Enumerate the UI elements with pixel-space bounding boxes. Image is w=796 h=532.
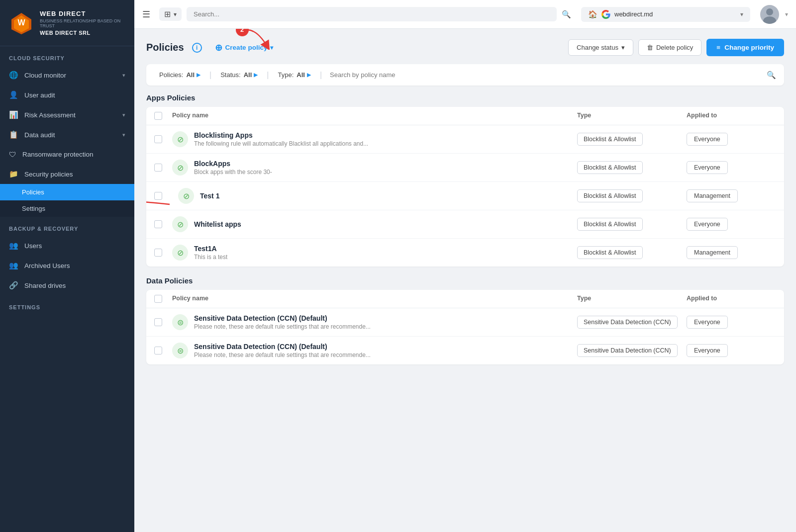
sidebar-item-data-audit[interactable]: 📋 Data audit ▾ bbox=[0, 125, 134, 145]
sidebar-item-label: Security policies bbox=[24, 171, 73, 178]
policies-header: Policies i 2 ⊕ bbox=[146, 39, 784, 56]
create-policy-chevron-icon: ▾ bbox=[270, 44, 273, 51]
avatar-image bbox=[760, 5, 779, 24]
section-cloud-security: CLOUD SECURITY bbox=[0, 46, 134, 65]
apps-policies-section-title: Apps Policies bbox=[146, 93, 784, 102]
tab-chevron-icon: ▾ bbox=[174, 11, 177, 18]
svg-point-4 bbox=[766, 8, 773, 15]
hamburger-icon[interactable]: ☰ bbox=[142, 9, 150, 20]
filter-type-label: Type: bbox=[278, 71, 294, 79]
user-avatar[interactable] bbox=[760, 5, 779, 24]
change-status-button[interactable]: Change status ▾ bbox=[568, 39, 633, 56]
filter-status-value: All bbox=[244, 71, 252, 79]
policy-name-text-block: Whitelist apps bbox=[194, 220, 241, 228]
filter-status-arrow-icon: ▶ bbox=[254, 72, 258, 78]
section-backup-recovery: BACKUP & RECOVERY bbox=[0, 217, 134, 236]
header-checkbox[interactable] bbox=[154, 295, 162, 303]
sidebar-item-risk-assessment[interactable]: 📊 Risk Assessment ▾ bbox=[0, 105, 134, 125]
table-row: ⊜ Sensitive Data Detection (CCN) (Defaul… bbox=[146, 308, 784, 337]
policy-desc: Please note, these are default rule sett… bbox=[194, 323, 371, 330]
type-badge: Blocklist & Allowlist bbox=[577, 189, 643, 202]
change-priority-button[interactable]: ≡ Change priority bbox=[706, 39, 784, 56]
row-checkbox[interactable] bbox=[154, 135, 162, 143]
main-content: ☰ ⊞ ▾ 🔍 🏠 webdirect.md ▾ ▾ bbox=[134, 0, 796, 532]
delete-policy-label: Delete policy bbox=[656, 44, 693, 51]
browser-search-icon[interactable]: 🔍 bbox=[562, 10, 571, 19]
policy-name: Sensitive Data Detection (CCN) (Default) bbox=[194, 314, 371, 322]
users-icon: 👥 bbox=[9, 241, 18, 250]
filter-divider-1: | bbox=[209, 71, 211, 80]
user-icon: 👤 bbox=[9, 90, 18, 99]
sidebar-item-label: Policies bbox=[22, 188, 44, 196]
filter-type-value: All bbox=[297, 71, 305, 79]
delete-policy-button[interactable]: 🗑 Delete policy bbox=[638, 39, 701, 56]
chevron-down-icon: ▾ bbox=[122, 112, 125, 118]
row-checkbox[interactable] bbox=[154, 220, 162, 228]
content-area: Policies i 2 ⊕ bbox=[134, 29, 796, 532]
sidebar-item-label: Settings bbox=[22, 205, 45, 212]
table-row: ⊘ Whitelist apps Blocklist & Allowlist E… bbox=[146, 210, 784, 239]
header-checkbox[interactable] bbox=[154, 112, 162, 120]
apps-policies-table: Policy name Type Applied to ⊘ Blocklisti… bbox=[146, 107, 784, 266]
avatar-chevron-icon[interactable]: ▾ bbox=[785, 11, 788, 18]
type-badge: Blocklist & Allowlist bbox=[577, 161, 643, 174]
select-all-checkbox[interactable] bbox=[154, 112, 172, 120]
type-header: Type bbox=[577, 112, 687, 120]
filter-bar: Policies: All ▶ | Status: All ▶ | Type: … bbox=[146, 64, 784, 86]
row-checkbox[interactable] bbox=[154, 249, 162, 257]
select-all-checkbox-data[interactable] bbox=[154, 295, 172, 303]
sidebar-item-settings-sub[interactable]: Settings bbox=[0, 200, 134, 217]
logo-name: WEB DIRECT bbox=[40, 10, 125, 17]
trash-icon: 🗑 bbox=[647, 44, 653, 51]
policy-status-icon: ⊜ bbox=[172, 343, 188, 358]
row-checkbox[interactable] bbox=[154, 192, 162, 200]
filter-type[interactable]: Type: All ▶ bbox=[273, 69, 315, 81]
policy-name-cell: ⊘ Whitelist apps bbox=[172, 216, 577, 232]
tab-switcher[interactable]: ⊞ ▾ bbox=[159, 7, 182, 21]
sidebar-item-security-policies[interactable]: 📁 Security policies bbox=[0, 164, 134, 184]
filter-policies-label: Policies: bbox=[159, 71, 183, 79]
create-policy-label: Create policy bbox=[225, 44, 268, 51]
search-policy-input[interactable] bbox=[326, 71, 763, 79]
archived-icon: 👥 bbox=[9, 261, 18, 270]
list-icon: ≡ bbox=[716, 44, 720, 51]
policy-desc: This is a test bbox=[194, 254, 227, 261]
policy-name-cell: 1 ⊘ Test 1 bbox=[172, 188, 577, 204]
sidebar-item-policies[interactable]: Policies bbox=[0, 184, 134, 200]
policy-status-icon: ⊜ bbox=[172, 314, 188, 330]
policy-name-cell: ⊘ Blocklisting Apps The following rule w… bbox=[172, 131, 577, 147]
row-checkbox[interactable] bbox=[154, 164, 162, 172]
policy-name: Test 1 bbox=[200, 192, 219, 200]
sidebar-item-ransomware-protection[interactable]: 🛡 Ransomware protection bbox=[0, 145, 134, 164]
sidebar-item-archived-users[interactable]: 👥 Archived Users bbox=[0, 256, 134, 275]
sidebar-item-cloud-monitor[interactable]: 🌐 Cloud monitor ▾ bbox=[0, 65, 134, 85]
filter-type-arrow-icon: ▶ bbox=[307, 72, 311, 78]
chart-icon: 📊 bbox=[9, 110, 18, 119]
sidebar-item-shared-drives[interactable]: 🔗 Shared drives bbox=[0, 275, 134, 295]
create-policy-button[interactable]: ⊕ Create policy ▾ bbox=[215, 42, 274, 53]
browser-bar: ☰ ⊞ ▾ 🔍 🏠 webdirect.md ▾ ▾ bbox=[134, 0, 796, 29]
filter-divider-3: | bbox=[320, 71, 322, 80]
info-icon[interactable]: i bbox=[192, 43, 202, 53]
filter-policies-arrow-icon: ▶ bbox=[197, 72, 200, 78]
row-checkbox[interactable] bbox=[154, 318, 162, 326]
table-row: 1 ⊘ Test 1 Blocklist & Allowlist Managem… bbox=[146, 182, 784, 210]
search-policy-icon[interactable]: 🔍 bbox=[767, 71, 776, 80]
filter-status[interactable]: Status: All ▶ bbox=[215, 69, 263, 81]
sidebar-item-label: Users bbox=[24, 242, 42, 250]
change-priority-label: Change priority bbox=[724, 44, 774, 51]
filter-policies[interactable]: Policies: All ▶ bbox=[154, 69, 205, 81]
applied-badge: Everyone bbox=[687, 161, 728, 174]
policy-name-cell: ⊘ BlockApps Block apps with the score 30… bbox=[172, 160, 577, 176]
shared-drives-icon: 🔗 bbox=[9, 281, 18, 290]
sidebar-item-user-audit[interactable]: 👤 User audit bbox=[0, 85, 134, 105]
sidebar-item-label: User audit bbox=[24, 91, 55, 99]
data-policies-table: Policy name Type Applied to ⊜ Sensitive … bbox=[146, 290, 784, 364]
row-checkbox[interactable] bbox=[154, 347, 162, 355]
browser-search-input[interactable] bbox=[187, 7, 557, 21]
sidebar-item-users[interactable]: 👥 Users bbox=[0, 236, 134, 256]
policy-name-text-block: Test 1 bbox=[200, 192, 219, 200]
url-bar[interactable]: 🏠 webdirect.md ▾ bbox=[581, 7, 750, 22]
policy-status-icon: ⊘ bbox=[172, 160, 188, 176]
create-policy-area: 2 ⊕ Create policy ▾ bbox=[211, 42, 274, 53]
